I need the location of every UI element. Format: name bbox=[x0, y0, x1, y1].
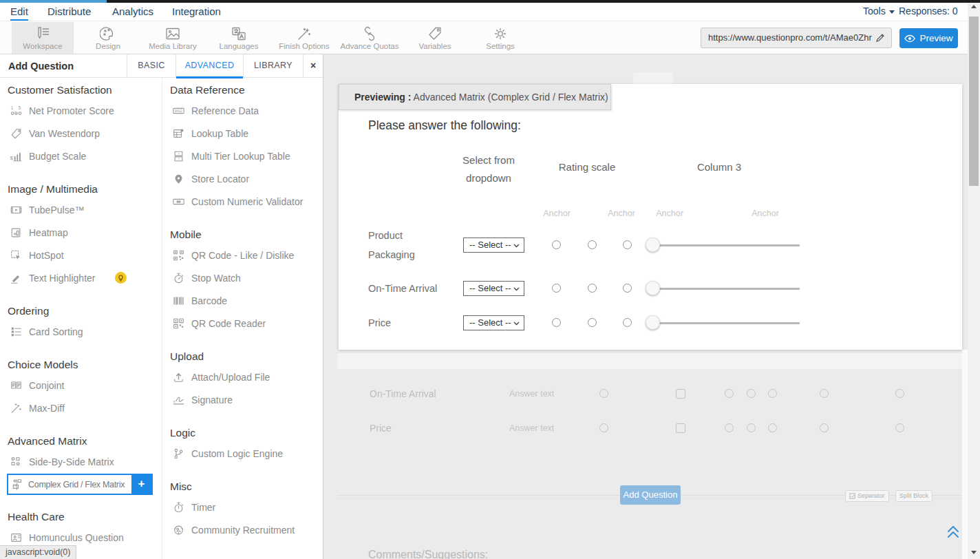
item-custom-logic-engine[interactable]: Custom Logic Engine bbox=[162, 442, 323, 465]
select-dropdown[interactable]: -- Select -- bbox=[463, 238, 524, 253]
item-attach-upload-file[interactable]: Attach/Upload File bbox=[162, 366, 323, 388]
section-band bbox=[337, 353, 962, 369]
toolbar-media-library[interactable]: Media Library bbox=[142, 22, 204, 54]
item-complex-grid-flex-matrix[interactable]: Complex Grid / Flex Matrix + bbox=[7, 474, 153, 495]
close-icon[interactable]: × bbox=[303, 54, 323, 78]
scrollbar-down-arrow[interactable] bbox=[971, 551, 977, 554]
logic-branch-icon bbox=[171, 447, 185, 460]
scrollbar-thumb[interactable] bbox=[969, 17, 979, 186]
item-stop-watch[interactable]: Stop Watch bbox=[162, 266, 323, 289]
edit-url-pencil-icon[interactable] bbox=[875, 33, 885, 43]
item-timer[interactable]: Timer bbox=[162, 496, 323, 518]
survey-url-input[interactable]: https://www.questionpro.com/t/AMae0Zhr bbox=[701, 28, 892, 48]
slider-track[interactable] bbox=[654, 322, 800, 324]
item-heatmap[interactable]: Heatmap bbox=[0, 221, 162, 244]
tools-menu[interactable]: Tools bbox=[863, 3, 895, 21]
group-choice-models: Choice Models bbox=[0, 358, 162, 372]
rating-radio[interactable] bbox=[552, 318, 561, 327]
slider-handle[interactable] bbox=[646, 238, 660, 252]
hotspot-cursor-icon bbox=[9, 249, 23, 262]
separator-button[interactable]: Separator bbox=[845, 490, 889, 502]
question-text: Please answer the following: bbox=[368, 118, 521, 133]
slider-handle[interactable] bbox=[646, 281, 660, 295]
item-card-sorting[interactable]: Card Sorting bbox=[0, 320, 162, 343]
nav-distribute[interactable]: Distribute bbox=[47, 3, 91, 21]
panel-column-1: Customer Satisfaction 15 Net Promoter Sc… bbox=[0, 78, 162, 559]
item-qr-code-reader[interactable]: QR Code Reader bbox=[162, 312, 323, 335]
panel-column-2: Data Reference 9412 Reference Data Looku… bbox=[162, 78, 323, 559]
svg-text:9412: 9412 bbox=[174, 109, 182, 113]
scrollbar-up-arrow[interactable] bbox=[971, 5, 977, 8]
rating-radio[interactable] bbox=[552, 240, 561, 249]
variables-tag-icon bbox=[404, 22, 466, 40]
item-max-diff[interactable]: Max-Diff bbox=[0, 397, 162, 419]
faded-answer-text: Answer text bbox=[509, 423, 554, 433]
rating-radio[interactable] bbox=[588, 240, 597, 249]
item-qr-code-like-dislike[interactable]: QR Code - Like / Dislike bbox=[162, 244, 323, 266]
slider-track[interactable] bbox=[654, 288, 800, 290]
top-nav: Edit Distribute Analytics Integration To… bbox=[0, 3, 968, 21]
toolbar-languages[interactable]: Languages bbox=[208, 22, 270, 54]
item-conjoint[interactable]: Conjoint bbox=[0, 374, 162, 397]
item-budget-scale[interactable]: $ Budget Scale bbox=[0, 145, 162, 167]
rating-radio[interactable] bbox=[588, 318, 597, 327]
upload-icon bbox=[171, 371, 185, 383]
nav-integration[interactable]: Integration bbox=[172, 3, 221, 21]
select-dropdown[interactable]: -- Select -- bbox=[463, 315, 524, 330]
item-barcode[interactable]: Barcode bbox=[162, 289, 323, 312]
rating-radio[interactable] bbox=[623, 284, 632, 293]
item-lookup-table[interactable]: Lookup Table bbox=[162, 122, 323, 145]
toolbar-advance-quotas[interactable]: Advance Quotas bbox=[339, 22, 401, 54]
item-van-westendorp[interactable]: Van Westendorp bbox=[0, 122, 162, 145]
rating-radio[interactable] bbox=[552, 284, 561, 293]
comments-suggestions-label: Comments/Suggestions: bbox=[368, 549, 488, 559]
toolbar-variables[interactable]: Variables bbox=[404, 22, 466, 54]
survey-edit-area: On-Time Arrival Answer text Price Answer… bbox=[323, 54, 968, 559]
item-text-highlighter[interactable]: Text Highlighter bbox=[0, 266, 162, 289]
tab-advanced[interactable]: ADVANCED bbox=[175, 54, 243, 78]
item-store-locator[interactable]: Store Locator bbox=[162, 167, 323, 190]
row-label-product-packaging: ProductPackaging bbox=[368, 226, 440, 264]
slider-track[interactable] bbox=[654, 244, 800, 246]
scroll-to-top-icon[interactable] bbox=[946, 524, 960, 539]
stopwatch-icon bbox=[171, 272, 185, 284]
preview-button[interactable]: Preview bbox=[899, 28, 958, 48]
toolbar-design[interactable]: Design bbox=[77, 22, 139, 54]
timer-icon bbox=[171, 501, 185, 514]
add-question-button[interactable]: Add Question bbox=[620, 485, 681, 505]
toolbar-workspace[interactable]: Workspace bbox=[12, 22, 74, 54]
rating-radio[interactable] bbox=[623, 240, 632, 249]
qr-code-icon bbox=[171, 249, 185, 262]
item-multi-tier-lookup-table[interactable]: Multi Tier Lookup Table bbox=[162, 145, 323, 167]
tab-library[interactable]: LIBRARY bbox=[243, 54, 303, 78]
vertical-scrollbar[interactable] bbox=[968, 0, 980, 559]
select-dropdown[interactable]: -- Select -- bbox=[463, 281, 524, 296]
tab-basic[interactable]: BASIC bbox=[127, 54, 175, 78]
item-net-promoter-score[interactable]: 15 Net Promoter Score bbox=[0, 99, 162, 122]
group-logic: Logic bbox=[162, 426, 323, 440]
rating-radio[interactable] bbox=[588, 284, 597, 293]
slider-handle[interactable] bbox=[646, 315, 660, 330]
item-tubepulse[interactable]: TubePulse™ bbox=[0, 198, 162, 221]
item-hotspot[interactable]: HotSpot bbox=[0, 244, 162, 266]
page-load-progress bbox=[0, 0, 980, 3]
group-advanced-matrix: Advanced Matrix bbox=[0, 434, 162, 448]
item-reference-data[interactable]: 9412 Reference Data bbox=[162, 99, 323, 122]
group-ordering: Ordering bbox=[0, 304, 162, 318]
nav-analytics[interactable]: Analytics bbox=[112, 3, 153, 21]
add-question-plus-button[interactable]: + bbox=[131, 475, 151, 494]
item-side-by-side-matrix[interactable]: Side-By-Side Matrix bbox=[0, 450, 162, 473]
svg-text:5: 5 bbox=[18, 105, 21, 110]
rating-radio[interactable] bbox=[623, 318, 632, 327]
homunculus-icon bbox=[9, 531, 23, 544]
group-customer-satisfaction: Customer Satisfaction bbox=[0, 83, 162, 97]
item-community-recruitment[interactable]: Community Recruitment bbox=[162, 518, 323, 541]
signature-icon: x bbox=[171, 394, 185, 406]
toolbar-settings[interactable]: Settings bbox=[469, 22, 531, 54]
add-question-panel: Add Question BASIC ADVANCED LIBRARY × Cu… bbox=[0, 54, 323, 559]
toolbar-finish-options[interactable]: Finish Options bbox=[273, 22, 335, 54]
split-block-button[interactable]: Split Block bbox=[895, 490, 933, 502]
item-signature[interactable]: x Signature bbox=[162, 388, 323, 411]
nav-edit[interactable]: Edit bbox=[10, 3, 28, 21]
item-custom-numeric-validator[interactable]: Custom Numeric Validator bbox=[162, 190, 323, 213]
